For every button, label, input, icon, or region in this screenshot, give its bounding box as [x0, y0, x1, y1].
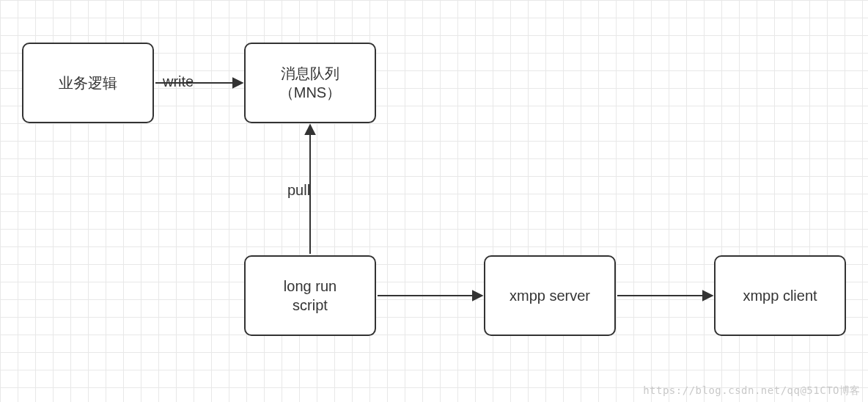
- diagram-canvas: 业务逻辑 消息队列 （MNS） long run script xmpp ser…: [0, 0, 868, 402]
- node-label: xmpp client: [743, 286, 817, 305]
- node-xmpp-client: xmpp client: [714, 255, 846, 336]
- node-business-logic: 业务逻辑: [22, 43, 154, 123]
- node-xmpp-server: xmpp server: [484, 255, 616, 336]
- node-label: 业务逻辑: [59, 73, 117, 92]
- node-label: long run script: [284, 277, 336, 315]
- node-label: 消息队列 （MNS）: [279, 64, 341, 102]
- watermark-text: https://blog.csdn.net/qq@51CTO博客: [643, 384, 861, 398]
- node-message-queue: 消息队列 （MNS）: [244, 43, 376, 123]
- edge-label-write: write: [163, 73, 194, 90]
- node-label: xmpp server: [510, 286, 590, 305]
- node-long-run-script: long run script: [244, 255, 376, 336]
- edge-label-pull: pull: [287, 182, 310, 199]
